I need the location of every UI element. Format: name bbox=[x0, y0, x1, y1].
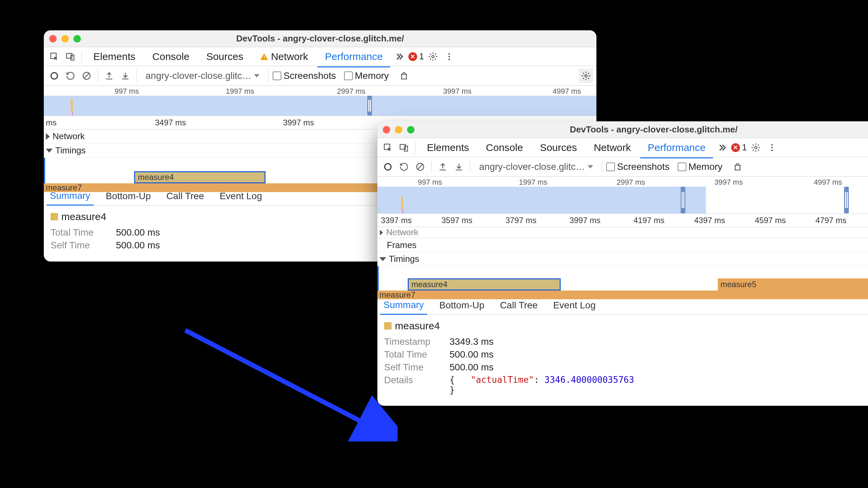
overview-tick: 4997 ms bbox=[814, 178, 842, 187]
device-toggle-icon[interactable] bbox=[397, 141, 411, 155]
screenshots-checkbox[interactable] bbox=[606, 162, 615, 171]
tab-network-label: Network bbox=[271, 51, 308, 62]
tab-network[interactable]: Network bbox=[586, 138, 638, 157]
memory-checkbox[interactable] bbox=[344, 71, 353, 80]
record-button[interactable] bbox=[47, 69, 61, 83]
tab-performance[interactable]: Performance bbox=[317, 47, 390, 67]
overview-left-handle[interactable] bbox=[367, 96, 372, 116]
track-network-label: Network bbox=[386, 227, 418, 238]
track-network[interactable]: Network bbox=[377, 227, 868, 238]
ruler-tick: 3997 ms bbox=[283, 118, 314, 127]
minimize-icon[interactable] bbox=[395, 126, 402, 133]
more-tabs-icon[interactable] bbox=[715, 141, 729, 155]
inspect-icon[interactable] bbox=[47, 50, 61, 64]
timing-bar-measure4[interactable]: measure4 bbox=[134, 171, 266, 183]
perf-toolbar: angry-clover-close.glitc… Screenshots Me… bbox=[377, 157, 868, 177]
tab-elements[interactable]: Elements bbox=[86, 47, 143, 66]
settings-gear-icon[interactable] bbox=[749, 141, 763, 155]
screenshots-label: Screenshots bbox=[283, 70, 336, 81]
garbage-collect-icon[interactable] bbox=[731, 160, 745, 174]
memory-checkbox[interactable] bbox=[678, 162, 686, 171]
error-icon: ✕ bbox=[408, 52, 417, 61]
device-toggle-icon[interactable] bbox=[63, 50, 78, 64]
track-network-label: Network bbox=[53, 131, 85, 142]
titlebar[interactable]: DevTools - angry-clover-close.glitch.me/ bbox=[44, 30, 596, 47]
reload-icon[interactable] bbox=[397, 160, 411, 174]
tab-elements[interactable]: Elements bbox=[420, 138, 476, 157]
minimize-icon[interactable] bbox=[61, 35, 69, 42]
track-timings-label: Timings bbox=[55, 145, 86, 156]
close-icon[interactable] bbox=[383, 126, 390, 133]
ruler-tick: 3797 ms bbox=[505, 216, 536, 225]
divider bbox=[268, 70, 269, 82]
timing-bar-measure7[interactable]: measure7 bbox=[377, 291, 868, 299]
tab-sources[interactable]: Sources bbox=[199, 47, 251, 66]
summary-val: 500.00 ms bbox=[116, 240, 160, 251]
ruler-tick: 4597 ms bbox=[755, 216, 786, 225]
summary-key: Self Time bbox=[384, 362, 441, 373]
garbage-collect-icon[interactable] bbox=[397, 69, 411, 83]
reload-icon[interactable] bbox=[63, 69, 78, 83]
panel-settings-gear-icon[interactable] bbox=[579, 69, 593, 83]
summary-val: 3349.3 ms bbox=[450, 336, 494, 347]
overview-strip[interactable]: 997 ms 1997 ms 2997 ms 3997 ms 4997 ms C… bbox=[377, 177, 868, 214]
overview-right-handle[interactable] bbox=[844, 187, 849, 213]
download-icon[interactable] bbox=[118, 69, 132, 83]
overview-tick: 997 ms bbox=[418, 178, 442, 187]
track-frames[interactable]: Frames bbox=[377, 238, 868, 252]
error-badge[interactable]: ✕ 1 bbox=[408, 51, 424, 62]
zoom-icon[interactable] bbox=[407, 126, 414, 133]
tab-console[interactable]: Console bbox=[478, 138, 530, 157]
inspect-icon[interactable] bbox=[381, 141, 395, 155]
clear-icon[interactable] bbox=[80, 69, 94, 83]
error-icon: ✕ bbox=[731, 143, 740, 152]
overview-tick: 4997 ms bbox=[553, 87, 581, 96]
overview-left-handle[interactable] bbox=[681, 187, 685, 213]
tab-console[interactable]: Console bbox=[145, 47, 197, 66]
overview-tick: 2997 ms bbox=[617, 178, 645, 187]
record-button[interactable] bbox=[381, 160, 395, 174]
divider bbox=[602, 161, 602, 173]
devtools-window-2: DevTools - angry-clover-close.glitch.me/… bbox=[377, 121, 868, 406]
chevron-down-icon bbox=[588, 165, 593, 169]
tab-network[interactable]: Network bbox=[253, 47, 315, 66]
timing-bar-measure4[interactable]: measure4 bbox=[408, 278, 561, 291]
upload-icon[interactable] bbox=[102, 69, 116, 83]
main-tabs: Elements Console Sources Network Perform… bbox=[44, 47, 596, 66]
close-icon[interactable] bbox=[49, 35, 57, 42]
profile-dropdown[interactable]: angry-clover-close.glitc… bbox=[474, 160, 598, 174]
screenshots-checkbox[interactable] bbox=[273, 71, 281, 80]
more-tabs-icon[interactable] bbox=[392, 50, 406, 64]
tab-performance[interactable]: Performance bbox=[640, 138, 713, 158]
track-timings[interactable]: Timings bbox=[377, 252, 868, 266]
svg-rect-2 bbox=[71, 55, 74, 60]
svg-point-7 bbox=[448, 56, 450, 57]
upload-icon[interactable] bbox=[436, 160, 450, 174]
screenshots-label: Screenshots bbox=[617, 161, 670, 172]
ruler-tick: 4797 ms bbox=[815, 216, 846, 225]
svg-point-16 bbox=[771, 147, 773, 148]
kebab-icon[interactable] bbox=[442, 50, 456, 64]
svg-point-5 bbox=[432, 55, 434, 58]
overview-strip[interactable]: 997 ms 1997 ms 2997 ms 3997 ms 4997 ms bbox=[44, 86, 596, 116]
summary-panel: measure4 Timestamp3349.3 ms Total Time50… bbox=[377, 315, 868, 406]
error-count: 1 bbox=[742, 142, 747, 153]
summary-details-label: Details bbox=[384, 375, 441, 395]
kebab-icon[interactable] bbox=[765, 141, 779, 155]
traffic-lights bbox=[383, 126, 414, 133]
ruler-tick: 3397 ms bbox=[381, 216, 412, 225]
zoom-icon[interactable] bbox=[73, 35, 81, 42]
titlebar[interactable]: DevTools - angry-clover-close.glitch.me/ bbox=[377, 121, 868, 138]
download-icon[interactable] bbox=[452, 160, 466, 174]
timeline-ruler[interactable]: 3397 ms 3597 ms 3797 ms 3997 ms 4197 ms … bbox=[377, 214, 868, 227]
tab-sources[interactable]: Sources bbox=[532, 138, 584, 157]
timings-body[interactable]: measure4 measure5 measure7 bbox=[377, 266, 868, 296]
summary-key: Total Time bbox=[384, 349, 441, 360]
profile-dropdown[interactable]: angry-clover-close.glitc… bbox=[141, 69, 264, 83]
clear-icon[interactable] bbox=[413, 160, 427, 174]
divider bbox=[470, 161, 470, 173]
timing-bar-measure5[interactable]: measure5 bbox=[718, 278, 868, 291]
settings-gear-icon[interactable] bbox=[426, 50, 440, 64]
overview-tick: 997 ms bbox=[115, 87, 139, 96]
error-badge[interactable]: ✕ 1 bbox=[731, 142, 747, 153]
